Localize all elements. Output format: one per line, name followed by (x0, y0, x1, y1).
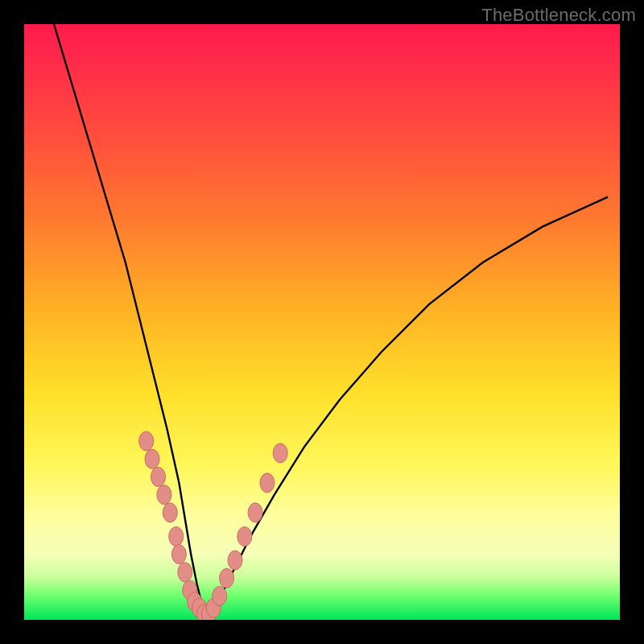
curve-marker (220, 568, 234, 588)
curve-marker (171, 545, 186, 564)
curve-marker (248, 503, 262, 522)
curve-marker (157, 485, 171, 505)
curve-marker (178, 563, 192, 582)
curve-marker (139, 431, 154, 451)
bottleneck-curve (54, 24, 608, 614)
curve-marker (169, 526, 184, 546)
curve-overlay (24, 24, 620, 620)
curve-marker (228, 551, 242, 570)
chart-frame: TheBottleneck.com (0, 0, 644, 644)
curve-marker (273, 444, 287, 463)
curve-path (54, 24, 608, 614)
curve-marker (163, 503, 177, 522)
curve-marker (145, 449, 159, 469)
curve-marker (237, 526, 252, 546)
watermark-text: TheBottleneck.com (481, 5, 636, 26)
curve-marker (260, 473, 275, 493)
marker-group (139, 431, 288, 620)
curve-marker (213, 586, 227, 605)
curve-marker (151, 467, 166, 486)
